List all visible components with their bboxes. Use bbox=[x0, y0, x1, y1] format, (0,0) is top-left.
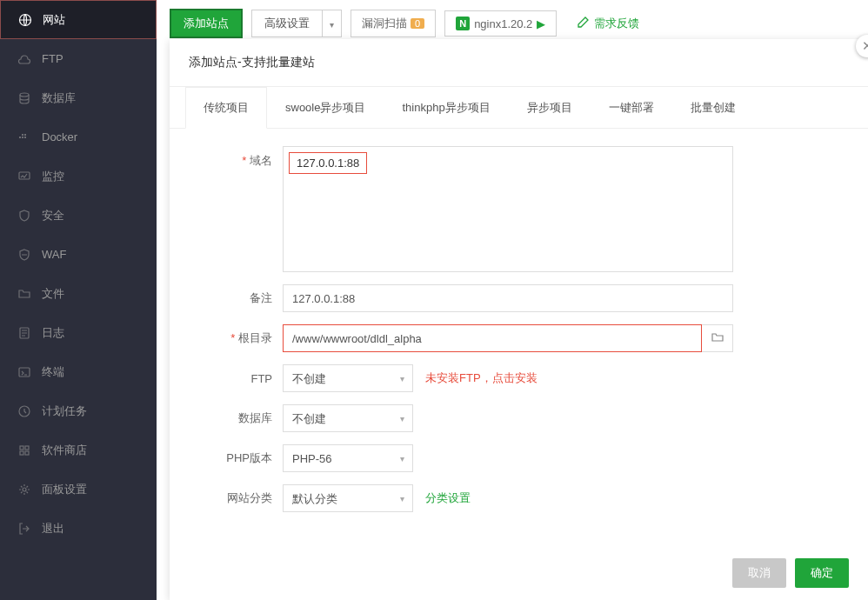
sidebar-item-store[interactable]: 软件商店 bbox=[0, 430, 157, 470]
tab-traditional[interactable]: 传统项目 bbox=[185, 87, 267, 129]
store-icon bbox=[17, 443, 31, 457]
ftp-icon bbox=[17, 52, 31, 66]
svg-rect-14 bbox=[25, 451, 29, 455]
clock-icon bbox=[17, 404, 31, 418]
sidebar-item-label: FTP bbox=[42, 52, 63, 65]
terminal-icon bbox=[17, 365, 31, 379]
tab-async[interactable]: 异步项目 bbox=[509, 87, 591, 129]
domain-textarea[interactable]: 127.0.0.1:88 bbox=[283, 146, 733, 272]
php-select[interactable]: PHP-56 bbox=[283, 444, 413, 472]
sidebar-item-waf[interactable]: WAF bbox=[0, 235, 157, 274]
shield-icon bbox=[17, 209, 31, 223]
ftp-label: FTP bbox=[196, 372, 283, 385]
sidebar-item-label: 终端 bbox=[42, 364, 64, 380]
sidebar-item-label: 安全 bbox=[42, 208, 64, 223]
svg-rect-6 bbox=[24, 134, 26, 136]
sidebar-item-files[interactable]: 文件 bbox=[0, 274, 157, 313]
category-label: 网站分类 bbox=[196, 490, 283, 506]
tab-deploy[interactable]: 一键部署 bbox=[591, 87, 672, 129]
modal-footer: 取消 确定 bbox=[170, 546, 868, 600]
tab-batch[interactable]: 批量创建 bbox=[672, 87, 754, 129]
sidebar-item-label: Docker bbox=[42, 130, 77, 143]
category-select[interactable]: 默认分类 bbox=[283, 484, 413, 512]
docker-icon bbox=[17, 130, 31, 144]
svg-point-1 bbox=[20, 93, 29, 97]
svg-rect-2 bbox=[19, 137, 21, 138]
folder-icon bbox=[711, 330, 724, 347]
form: 域名 127.0.0.1:88 备注 根目录 FTP 不创建▾ 未安装FTP，点… bbox=[170, 129, 868, 542]
sidebar-item-settings[interactable]: 面板设置 bbox=[0, 470, 157, 509]
folder-icon bbox=[17, 287, 31, 301]
category-settings-link[interactable]: 分类设置 bbox=[425, 490, 471, 506]
nginx-button[interactable]: Nnginx1.20.2▶ bbox=[444, 10, 557, 37]
root-label: 根目录 bbox=[196, 330, 283, 346]
confirm-button[interactable]: 确定 bbox=[795, 558, 849, 588]
nginx-icon: N bbox=[456, 17, 470, 30]
sidebar: 网站 FTP 数据库 Docker 监控 安全 WAF 文件 日志 终端 计划任… bbox=[0, 0, 157, 600]
sidebar-item-label: 日志 bbox=[42, 325, 64, 341]
note-label: 备注 bbox=[196, 290, 283, 306]
edit-icon bbox=[576, 16, 590, 32]
sidebar-item-logout[interactable]: 退出 bbox=[0, 509, 157, 548]
advanced-caret-button[interactable]: ▾ bbox=[323, 10, 342, 37]
sidebar-item-label: 软件商店 bbox=[42, 443, 87, 458]
gear-icon bbox=[17, 483, 31, 497]
sidebar-item-monitor[interactable]: 监控 bbox=[0, 157, 157, 196]
ftp-warning[interactable]: 未安装FTP，点击安装 bbox=[425, 370, 537, 386]
sidebar-item-website[interactable]: 网站 bbox=[0, 0, 157, 39]
note-input[interactable] bbox=[283, 284, 733, 312]
sidebar-item-label: 网站 bbox=[43, 12, 65, 28]
folder-browse-button[interactable] bbox=[702, 324, 733, 352]
sidebar-item-label: 数据库 bbox=[42, 90, 76, 106]
logout-icon bbox=[17, 522, 31, 536]
scan-count-badge: 0 bbox=[411, 18, 424, 29]
add-site-modal: ✕ 添加站点-支持批量建站 传统项目 swoole异步项目 thinkphp异步… bbox=[170, 39, 868, 600]
sidebar-item-label: 文件 bbox=[42, 286, 64, 302]
sidebar-item-label: 面板设置 bbox=[42, 482, 87, 497]
sidebar-item-security[interactable]: 安全 bbox=[0, 196, 157, 235]
scan-button[interactable]: 漏洞扫描0 bbox=[351, 10, 436, 37]
domain-value: 127.0.0.1:88 bbox=[289, 152, 367, 174]
modal-tabs: 传统项目 swoole异步项目 thinkphp异步项目 异步项目 一键部署 批… bbox=[170, 87, 868, 129]
sidebar-item-label: WAF bbox=[42, 248, 66, 261]
sidebar-item-logs[interactable]: 日志 bbox=[0, 313, 157, 352]
sidebar-item-terminal[interactable]: 终端 bbox=[0, 352, 157, 391]
sidebar-item-cron[interactable]: 计划任务 bbox=[0, 391, 157, 430]
db-label: 数据库 bbox=[196, 410, 283, 426]
ftp-select[interactable]: 不创建 bbox=[283, 364, 413, 392]
toolbar: 添加站点 高级设置 ▾ 漏洞扫描0 Nnginx1.20.2▶ 需求反馈 bbox=[170, 9, 639, 38]
tab-thinkphp[interactable]: thinkphp异步项目 bbox=[384, 87, 508, 129]
advanced-button[interactable]: 高级设置 bbox=[251, 10, 323, 37]
svg-rect-4 bbox=[24, 137, 26, 138]
sidebar-item-docker[interactable]: Docker bbox=[0, 117, 157, 157]
root-input[interactable] bbox=[283, 324, 702, 352]
play-icon: ▶ bbox=[537, 17, 545, 30]
sidebar-item-label: 监控 bbox=[42, 169, 64, 184]
svg-rect-13 bbox=[20, 451, 23, 455]
php-label: PHP版本 bbox=[196, 450, 283, 466]
modal-title: 添加站点-支持批量建站 bbox=[170, 39, 868, 87]
sidebar-item-label: 退出 bbox=[42, 521, 64, 537]
feedback-link[interactable]: 需求反馈 bbox=[576, 16, 639, 32]
domain-label: 域名 bbox=[196, 146, 283, 169]
sidebar-item-database[interactable]: 数据库 bbox=[0, 78, 157, 117]
close-icon: ✕ bbox=[862, 38, 869, 54]
monitor-icon bbox=[17, 170, 31, 183]
db-select[interactable]: 不创建 bbox=[283, 404, 413, 432]
globe-icon bbox=[18, 13, 32, 27]
sidebar-item-label: 计划任务 bbox=[42, 403, 87, 419]
log-icon bbox=[17, 326, 31, 340]
tab-swoole[interactable]: swoole异步项目 bbox=[267, 87, 384, 129]
chevron-down-icon: ▾ bbox=[330, 20, 334, 30]
waf-icon bbox=[17, 248, 31, 262]
svg-rect-12 bbox=[25, 446, 29, 450]
sidebar-item-ftp[interactable]: FTP bbox=[0, 39, 157, 78]
add-site-button[interactable]: 添加站点 bbox=[170, 9, 243, 38]
database-icon bbox=[17, 91, 31, 105]
svg-rect-3 bbox=[22, 137, 23, 138]
svg-point-15 bbox=[23, 488, 26, 491]
svg-rect-11 bbox=[20, 446, 23, 450]
cancel-button[interactable]: 取消 bbox=[732, 558, 786, 588]
svg-rect-5 bbox=[22, 134, 23, 136]
